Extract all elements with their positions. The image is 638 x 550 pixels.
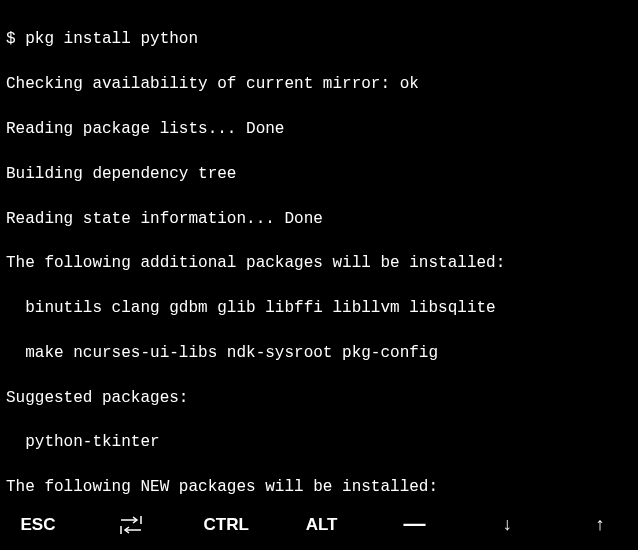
output-line: Checking availability of current mirror:… <box>6 73 632 95</box>
ctrl-key[interactable]: CTRL <box>204 513 249 537</box>
esc-key[interactable]: ESC <box>18 513 58 537</box>
output-line: Suggested packages: <box>6 387 632 409</box>
up-key[interactable]: ↑ <box>580 512 620 537</box>
terminal-output[interactable]: $ pkg install python Checking availabili… <box>0 0 638 499</box>
package-list: make ncurses-ui-libs ndk-sysroot pkg-con… <box>6 342 632 364</box>
output-line: Reading state information... Done <box>6 208 632 230</box>
output-line: Reading package lists... Done <box>6 118 632 140</box>
down-key[interactable]: ↓ <box>487 512 527 537</box>
command-line: $ pkg install python <box>6 28 632 50</box>
output-line: The following NEW packages will be insta… <box>6 476 632 498</box>
minus-key[interactable]: — <box>394 509 434 540</box>
command-text: pkg install python <box>25 30 198 48</box>
tab-key[interactable] <box>111 516 151 534</box>
package-list: binutils clang gdbm glib libffi libllvm … <box>6 297 632 319</box>
tab-icon <box>119 516 143 534</box>
prompt: $ <box>6 30 25 48</box>
minus-icon: — <box>403 509 425 540</box>
arrow-up-icon: ↑ <box>595 512 604 537</box>
extra-keys-bar: ESC CTRL ALT — ↓ ↑ <box>0 499 638 550</box>
alt-key[interactable]: ALT <box>302 513 342 537</box>
package-list: python-tkinter <box>6 431 632 453</box>
output-line: Building dependency tree <box>6 163 632 185</box>
arrow-down-icon: ↓ <box>503 512 512 537</box>
output-line: The following additional packages will b… <box>6 252 632 274</box>
